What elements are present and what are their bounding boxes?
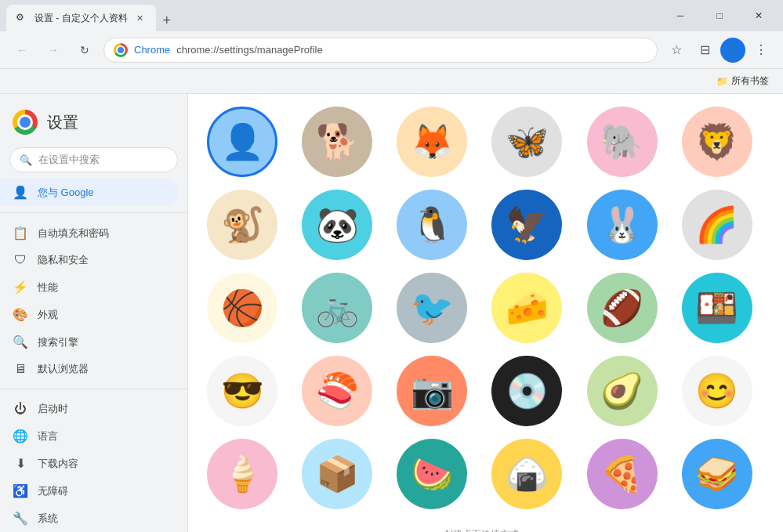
avatar-item[interactable]: 🦊 (397, 107, 467, 177)
nav-icon-system: 🔧 (13, 511, 28, 526)
folder-icon: 📁 (716, 76, 728, 87)
tab-close-button[interactable]: ✕ (134, 12, 147, 24)
avatar-item[interactable]: 🦅 (491, 190, 562, 260)
nav-label-autofill: 自动填充和密码 (38, 226, 109, 241)
avatar-item[interactable]: 👤 (207, 107, 277, 177)
bookmark-button[interactable]: ☆ (664, 38, 689, 63)
nav-label-browser: 默认浏览器 (38, 362, 89, 376)
menu-button[interactable]: ⋮ (749, 38, 774, 63)
maximize-button[interactable]: □ (701, 4, 738, 27)
refresh-button[interactable]: ↻ (72, 38, 97, 63)
sidebar-header: 设置 (0, 100, 187, 147)
avatar-item[interactable]: 🥪 (682, 439, 752, 509)
window-controls: ─ □ ✕ (662, 4, 777, 27)
url-text: chrome://settings/manageProfile (176, 44, 322, 56)
avatar-item[interactable]: 📦 (302, 439, 372, 509)
close-button[interactable]: ✕ (741, 4, 777, 27)
nav-icon-browser: 🖥 (13, 362, 28, 376)
avatar-item[interactable]: 🐒 (207, 190, 277, 260)
title-bar: ⚙ 设置 - 自定义个人资料 ✕ + ─ □ ✕ (0, 0, 783, 31)
content-area: 👤🐕🦊🦋🐘🦁🐒🐼🐧🦅🐰🌈🏀🚲🐦🧀🏈🍱😎🍣📷💿🥑😊🍦📦🍉🍙🍕🥪 创建桌面快捷方式.… (188, 94, 783, 532)
avatar-item[interactable]: 🍉 (397, 439, 467, 509)
address-bar: ← → ↻ Chrome chrome://settings/managePro… (0, 31, 783, 69)
active-tab[interactable]: ⚙ 设置 - 自定义个人资料 ✕ (6, 5, 156, 31)
avatar-item[interactable]: 🍣 (302, 356, 372, 426)
avatar-item[interactable]: 🍦 (207, 439, 277, 509)
sidebar-item-downloads[interactable]: ⬇ 下载内容 (0, 450, 178, 477)
sidebar-item-search[interactable]: 🔍 搜索引擎 (0, 328, 178, 356)
minimize-button[interactable]: ─ (662, 4, 698, 27)
toolbar-right: ☆ ⊟ 👤 ⋮ (664, 38, 774, 63)
reader-mode-button[interactable]: ⊟ (692, 38, 717, 63)
nav-icon-appearance: 🎨 (13, 307, 28, 322)
nav-label-accessibility: 无障碍 (38, 484, 68, 498)
forward-button[interactable]: → (41, 38, 66, 63)
avatar-item[interactable]: 🦁 (682, 107, 752, 177)
sidebar-item-browser[interactable]: 🖥 默认浏览器 (0, 356, 178, 382)
tab-title: 设置 - 自定义个人资料 (34, 12, 128, 25)
nav-label-language: 语言 (38, 429, 58, 443)
nav-icon-startup: ⏻ (13, 402, 28, 416)
avatar-item[interactable]: 🏈 (587, 273, 658, 343)
avatar-item[interactable]: 🐧 (397, 190, 467, 260)
nav-icon-performance: ⚡ (13, 280, 28, 295)
profile-button[interactable]: 👤 (720, 38, 745, 63)
sidebar-item-performance[interactable]: ⚡ 性能 (0, 273, 178, 301)
avatar-item[interactable]: 🐕 (302, 107, 372, 177)
omnibox[interactable]: Chrome chrome://settings/manageProfile (103, 38, 658, 63)
sidebar-divider-2 (0, 389, 187, 389)
nav-icon-search: 🔍 (13, 335, 28, 349)
sidebar-item-startup[interactable]: ⏻ 启动时 (0, 396, 178, 422)
nav-label-appearance: 外观 (38, 308, 58, 322)
chrome-label: Chrome (134, 44, 170, 56)
new-tab-button[interactable]: + (156, 9, 178, 31)
avatar-item[interactable]: 🐘 (587, 107, 658, 177)
sidebar-item-language[interactable]: 🌐 语言 (0, 422, 178, 450)
avatar-item[interactable]: 🐰 (587, 190, 658, 260)
avatar-grid: 👤🐕🦊🦋🐘🦁🐒🐼🐧🦅🐰🌈🏀🚲🐦🧀🏈🍱😎🍣📷💿🥑😊🍦📦🍉🍙🍕🥪 (188, 94, 783, 522)
main-layout: 设置 🔍 在设置中搜索 👤 您与 Google 📋 自动填充和密码 🛡 隐私和安… (0, 94, 783, 532)
bookmarks-bar: 📁 所有书签 (0, 69, 783, 94)
sidebar-item-privacy[interactable]: 🛡 隐私和安全 (0, 247, 178, 273)
search-icon: 🔍 (20, 154, 32, 166)
nav-label-google: 您与 Google (38, 186, 94, 200)
nav-label-startup: 启动时 (38, 402, 68, 416)
settings-title: 设置 (47, 112, 78, 133)
nav-label-performance: 性能 (38, 280, 58, 295)
avatar-item[interactable]: 🏀 (207, 273, 277, 343)
sidebar-item-appearance[interactable]: 🎨 外观 (0, 301, 178, 328)
sidebar-item-autofill[interactable]: 📋 自动填充和密码 (0, 219, 178, 247)
sidebar-item-google[interactable]: 👤 您与 Google (0, 179, 178, 206)
avatar-item[interactable]: 🥑 (587, 356, 658, 426)
back-button[interactable]: ← (9, 38, 34, 63)
avatar-item[interactable]: 🧀 (491, 273, 562, 343)
nav-label-system: 系统 (38, 512, 58, 526)
avatar-item[interactable]: 🍱 (682, 273, 752, 343)
nav-icon-autofill: 📋 (13, 226, 28, 241)
avatar-item[interactable]: 🍙 (491, 439, 562, 509)
sidebar-item-accessibility[interactable]: ♿ 无障碍 (0, 477, 178, 505)
avatar-item[interactable]: 😎 (207, 356, 277, 426)
avatar-item[interactable]: 🐦 (397, 273, 467, 343)
site-security-icon (114, 43, 128, 57)
avatar-item[interactable]: 🐼 (302, 190, 372, 260)
settings-search-box[interactable]: 🔍 在设置中搜索 (9, 147, 178, 172)
avatar-item[interactable]: 🍕 (587, 439, 658, 509)
avatar-item[interactable]: 📷 (397, 356, 467, 426)
avatar-item[interactable]: 🚲 (302, 273, 372, 343)
search-placeholder: 在设置中搜索 (38, 153, 100, 167)
tab-strip: ⚙ 设置 - 自定义个人资料 ✕ + (6, 0, 662, 31)
nav-icon-privacy: 🛡 (13, 253, 28, 267)
sidebar-item-system[interactable]: 🔧 系统 (0, 505, 178, 532)
footer-text: 创建桌面快捷方式... (188, 522, 783, 532)
sidebar-nav: 👤 您与 Google 📋 自动填充和密码 🛡 隐私和安全 ⚡ 性能 🎨 外观 … (0, 179, 187, 532)
nav-icon-language: 🌐 (13, 429, 28, 443)
avatar-item[interactable]: 💿 (491, 356, 562, 426)
all-bookmarks[interactable]: 📁 所有书签 (712, 73, 774, 89)
nav-label-search: 搜索引擎 (38, 335, 78, 349)
avatar-item[interactable]: 🌈 (682, 190, 752, 260)
avatar-item[interactable]: 🦋 (491, 107, 562, 177)
avatar-item[interactable]: 😊 (682, 356, 752, 426)
nav-label-privacy: 隐私和安全 (38, 253, 89, 267)
sidebar-divider (0, 212, 187, 213)
